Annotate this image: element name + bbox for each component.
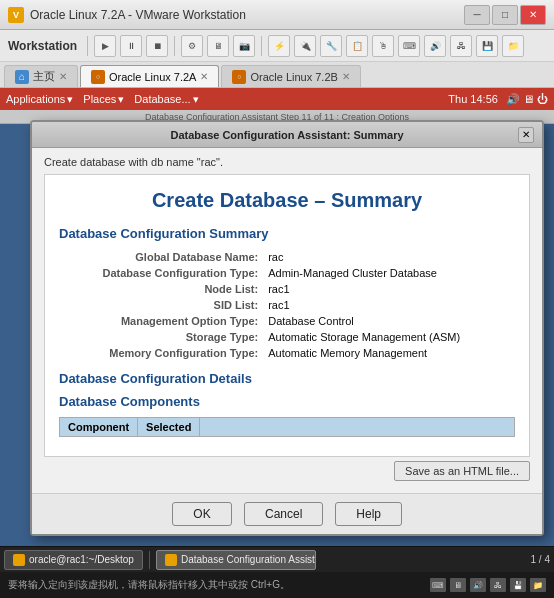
field-label-mgmt: Management Option Type:: [59, 313, 264, 329]
toolbar-btn-usb[interactable]: ⚡: [268, 35, 290, 57]
tab-linux-a-label: Oracle Linux 7.2A: [109, 71, 196, 83]
field-label-node-list: Node List:: [59, 281, 264, 297]
taskbar-item-1-label: oracle@rac1:~/Desktop: [29, 554, 134, 565]
field-value-config-type: Admin-Managed Cluster Database: [264, 265, 515, 281]
title-bar: V Oracle Linux 7.2A - VMware Workstation…: [0, 0, 554, 30]
minimize-button[interactable]: ─: [464, 5, 490, 25]
maximize-button[interactable]: □: [492, 5, 518, 25]
component-col1-header: Component: [60, 418, 138, 436]
linux-a-tab-icon: ○: [91, 70, 105, 84]
toolbar-btn-snapshot[interactable]: 📷: [233, 35, 255, 57]
tab-home-label: 主页: [33, 69, 55, 84]
tab-linux-b[interactable]: ○ Oracle Linux 7.2B ✕: [221, 65, 360, 87]
field-label-memory: Memory Configuration Type:: [59, 345, 264, 361]
status-text: 要将输入定向到该虚拟机，请将鼠标指针移入其中或按 Ctrl+G。: [8, 578, 290, 592]
toolbar-btn-network[interactable]: 🖧: [450, 35, 472, 57]
tab-linux-b-close[interactable]: ✕: [342, 71, 350, 82]
taskbar-pages: 1 / 4: [531, 554, 550, 565]
field-value-mgmt: Database Control: [264, 313, 515, 329]
ok-button[interactable]: OK: [172, 502, 232, 526]
toolbar-btn-keyboard[interactable]: ⌨: [398, 35, 420, 57]
places-menu[interactable]: Places ▾: [83, 93, 124, 106]
taskbar-item-desktop[interactable]: oracle@rac1:~/Desktop: [4, 550, 143, 570]
field-value-storage: Automatic Storage Management (ASM): [264, 329, 515, 345]
tab-home[interactable]: ⌂ 主页 ✕: [4, 65, 78, 87]
tab-linux-a[interactable]: ○ Oracle Linux 7.2A ✕: [80, 65, 219, 87]
field-label-global-db: Global Database Name:: [59, 249, 264, 265]
dialog-scroll-area[interactable]: Create Database – Summary Database Confi…: [44, 174, 530, 457]
close-button[interactable]: ✕: [520, 5, 546, 25]
linux-topbar: Applications ▾ Places ▾ Database... ▾ Th…: [0, 88, 554, 110]
section2-heading: Database Configuration Details: [59, 371, 515, 386]
dialog-subtitle: Create database with db name "rac".: [44, 156, 530, 168]
topbar-icons: 🔊 🖥 ⏻: [506, 93, 548, 106]
toolbar-separator-3: [261, 36, 262, 56]
taskbar-icon-1: [13, 554, 25, 566]
toolbar-btn-audio[interactable]: 🔊: [424, 35, 446, 57]
database-menu[interactable]: Database... ▾: [134, 93, 198, 106]
status-icon-5: 💾: [510, 578, 526, 592]
help-button[interactable]: Help: [335, 502, 402, 526]
topbar-right: Thu 14:56 🔊 🖥 ⏻: [448, 93, 548, 106]
toolbar-btn-clipboard[interactable]: 📋: [346, 35, 368, 57]
tab-bar: ⌂ 主页 ✕ ○ Oracle Linux 7.2A ✕ ○ Oracle Li…: [0, 62, 554, 88]
toolbar-btn-play[interactable]: ▶: [94, 35, 116, 57]
taskbar-item-dbconfig[interactable]: Database Configuration Assistant,...: [156, 550, 316, 570]
taskbar: oracle@rac1:~/Desktop Database Configura…: [0, 546, 554, 572]
component-col2-header: Selected: [138, 418, 200, 436]
toolbar-btn-settings[interactable]: ⚙: [181, 35, 203, 57]
applications-menu[interactable]: Applications ▾: [6, 93, 73, 106]
status-icon-3: 🔊: [470, 578, 486, 592]
save-html-button[interactable]: Save as an HTML file...: [394, 461, 530, 481]
table-row: Storage Type: Automatic Storage Manageme…: [59, 329, 515, 345]
tab-home-close[interactable]: ✕: [59, 71, 67, 82]
toolbar-btn-display[interactable]: 🖥: [207, 35, 229, 57]
taskbar-separator: [149, 551, 150, 569]
config-table: Global Database Name: rac Database Confi…: [59, 249, 515, 361]
main-heading: Create Database – Summary: [59, 189, 515, 212]
table-row: Memory Configuration Type: Automatic Mem…: [59, 345, 515, 361]
field-value-node-list: rac1: [264, 281, 515, 297]
toolbar-btn-save[interactable]: 💾: [476, 35, 498, 57]
toolbar-btn-mouse[interactable]: 🖱: [372, 35, 394, 57]
taskbar-item-2-label: Database Configuration Assistant,...: [181, 554, 316, 565]
vmware-icon: V: [8, 7, 24, 23]
section3-heading: Database Components: [59, 394, 515, 409]
table-row: Database Configuration Type: Admin-Manag…: [59, 265, 515, 281]
home-tab-icon: ⌂: [15, 70, 29, 84]
toolbar-btn-stop[interactable]: ⏹: [146, 35, 168, 57]
table-row: Global Database Name: rac: [59, 249, 515, 265]
status-icon-1: ⌨: [430, 578, 446, 592]
status-bar: 要将输入定向到该虚拟机，请将鼠标指针移入其中或按 Ctrl+G。 ⌨ 🖥 🔊 🖧…: [0, 572, 554, 598]
field-value-memory: Automatic Memory Management: [264, 345, 515, 361]
tab-linux-a-close[interactable]: ✕: [200, 71, 208, 82]
workstation-label[interactable]: Workstation: [8, 39, 77, 53]
field-label-storage: Storage Type:: [59, 329, 264, 345]
status-icon-4: 🖧: [490, 578, 506, 592]
table-row: Node List: rac1: [59, 281, 515, 297]
toolbar-btn-tools[interactable]: 🔧: [320, 35, 342, 57]
dialog-content: Create database with db name "rac". Crea…: [32, 148, 542, 493]
field-value-sid-list: rac1: [264, 297, 515, 313]
table-row: SID List: rac1: [59, 297, 515, 313]
vm-toolbar: Workstation ▶ ⏸ ⏹ ⚙ 🖥 📷 ⚡ 🔌 🔧 📋 🖱 ⌨ 🔊 🖧 …: [0, 30, 554, 62]
topbar-time: Thu 14:56: [448, 93, 498, 105]
dialog-close-button[interactable]: ✕: [518, 127, 534, 143]
toolbar-separator-2: [174, 36, 175, 56]
topbar-left: Applications ▾ Places ▾ Database... ▾: [6, 93, 448, 106]
toolbar-separator: [87, 36, 88, 56]
status-icon-2: 🖥: [450, 578, 466, 592]
dialog-title-bar: Database Configuration Assistant: Summar…: [32, 122, 542, 148]
toolbar-btn-pause[interactable]: ⏸: [120, 35, 142, 57]
cancel-button[interactable]: Cancel: [244, 502, 323, 526]
toolbar-btn-power[interactable]: 🔌: [294, 35, 316, 57]
linux-b-tab-icon: ○: [232, 70, 246, 84]
section1-heading: Database Configuration Summary: [59, 226, 515, 241]
dialog-window: Database Configuration Assistant: Summar…: [30, 120, 544, 536]
toolbar-btn-folder[interactable]: 📁: [502, 35, 524, 57]
dialog-title-text: Database Configuration Assistant: Summar…: [56, 129, 518, 141]
taskbar-icon-2: [165, 554, 177, 566]
dialog-buttons: OK Cancel Help: [32, 493, 542, 534]
field-value-global-db: rac: [264, 249, 515, 265]
vm-area: Database Configuration Assistant Step 11…: [0, 110, 554, 546]
